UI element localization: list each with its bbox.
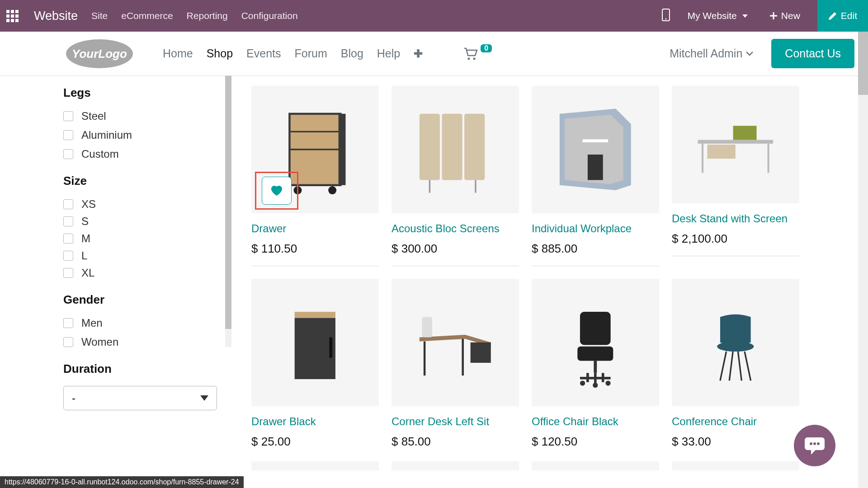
svg-rect-18 [583, 139, 608, 142]
duration-value: - [72, 392, 75, 404]
svg-rect-22 [708, 145, 736, 159]
status-bar-url: https://48060779-16-0-all.runbot124.odoo… [0, 476, 244, 488]
logo[interactable]: YourLogo [63, 38, 136, 70]
svg-point-44 [813, 442, 816, 445]
chat-fab[interactable] [794, 425, 835, 466]
svg-rect-32 [580, 312, 611, 345]
filter-title-legs: Legs [63, 86, 224, 100]
product-price: $ 33.00 [672, 435, 799, 449]
product-title[interactable]: Conference Chair [672, 414, 799, 428]
checkbox-icon [63, 216, 73, 226]
mobile-preview-icon[interactable] [662, 9, 670, 23]
product-card: Acoustic Bloc Screens $ 300.00 [392, 86, 519, 266]
filter-group-gender: Gender Men Women [63, 293, 224, 348]
nav-add-icon[interactable]: ✚ [414, 47, 423, 60]
filter-group-legs: Legs Steel Aluminium Custom [63, 86, 224, 160]
svg-line-40 [745, 352, 751, 380]
checkbox-icon [63, 251, 73, 261]
product-card: Conference Chair $ 33.00 [672, 279, 799, 449]
product-image[interactable] [672, 86, 799, 203]
filter-group-duration: Duration - [63, 362, 224, 410]
filter-option-s[interactable]: S [63, 215, 224, 228]
product-price: $ 110.50 [251, 242, 379, 256]
product-title[interactable]: Office Chair Black [532, 414, 659, 428]
product-image[interactable] [251, 461, 379, 470]
product-image[interactable] [672, 279, 799, 406]
sidebar-scrollbar[interactable] [225, 76, 231, 347]
svg-rect-27 [330, 338, 333, 358]
svg-rect-14 [442, 114, 462, 180]
cart-count-badge: 0 [481, 44, 492, 52]
svg-rect-19 [588, 155, 603, 180]
product-title[interactable]: Individual Workplace [532, 221, 659, 235]
product-image[interactable] [251, 86, 379, 213]
filter-group-size: Size XS S M L XL [63, 174, 224, 279]
main-nav: Home Shop Events Forum Blog Help ✚ 0 [163, 47, 492, 60]
product-image[interactable] [392, 461, 519, 470]
checkbox-icon [63, 149, 73, 159]
product-title[interactable]: Desk Stand with Screen [672, 211, 799, 225]
svg-rect-21 [733, 126, 757, 140]
nav-home[interactable]: Home [163, 47, 193, 60]
product-image[interactable] [392, 279, 519, 406]
nav-shop[interactable]: Shop [207, 47, 233, 60]
product-title[interactable]: Corner Desk Left Sit [392, 414, 519, 428]
admin-menu-reporting[interactable]: Reporting [187, 10, 228, 21]
nav-blog[interactable]: Blog [341, 47, 363, 60]
duration-select[interactable]: - [63, 386, 217, 410]
filter-option-men[interactable]: Men [63, 317, 224, 329]
filter-option-m[interactable]: M [63, 232, 224, 245]
wishlist-button[interactable] [262, 177, 292, 205]
edit-button-label: Edit [841, 10, 857, 21]
website-selector[interactable]: My Website [683, 0, 752, 32]
admin-brand[interactable]: Website [34, 9, 78, 23]
filter-option-xl[interactable]: XL [63, 267, 224, 279]
svg-rect-28 [471, 343, 491, 363]
chevron-down-icon [200, 395, 208, 401]
product-title[interactable]: Drawer [251, 221, 379, 235]
filter-option-aluminium[interactable]: Aluminium [63, 129, 224, 141]
filter-option-l[interactable]: L [63, 249, 224, 262]
product-price: $ 2,100.00 [672, 232, 799, 246]
admin-menu-ecommerce[interactable]: eCommerce [121, 10, 173, 21]
nav-events[interactable]: Events [246, 47, 281, 60]
svg-rect-15 [464, 114, 485, 180]
checkbox-icon [63, 234, 73, 244]
svg-text:YourLogo: YourLogo [72, 47, 127, 61]
admin-menu-site[interactable]: Site [91, 10, 108, 21]
new-button[interactable]: New [765, 0, 805, 32]
apps-icon[interactable] [6, 10, 19, 22]
filter-option-women[interactable]: Women [63, 336, 224, 348]
content-area: Legs Steel Aluminium Custom Size XS S M … [0, 76, 868, 476]
filter-option-steel[interactable]: Steel [63, 110, 224, 122]
filter-option-xs[interactable]: XS [63, 198, 224, 211]
product-image[interactable] [532, 279, 659, 406]
product-title[interactable]: Acoustic Bloc Screens [392, 221, 519, 235]
admin-menu-configuration[interactable]: Configuration [241, 10, 298, 21]
checkbox-icon [63, 199, 73, 209]
admin-bar: Website Site eCommerce Reporting Configu… [0, 0, 868, 32]
edit-button[interactable]: Edit [817, 0, 868, 32]
page-scrollbar[interactable] [858, 32, 868, 488]
nav-forum[interactable]: Forum [295, 47, 327, 60]
nav-help[interactable]: Help [377, 47, 400, 60]
chevron-down-icon [742, 14, 748, 18]
new-button-label: New [781, 10, 800, 21]
product-image[interactable] [251, 279, 379, 406]
svg-line-42 [738, 352, 742, 380]
product-card: Drawer Black $ 25.00 [251, 279, 379, 449]
product-price: $ 25.00 [251, 435, 379, 449]
svg-point-4 [468, 57, 470, 60]
product-image[interactable] [392, 86, 519, 213]
user-dropdown[interactable]: Mitchell Admin [670, 47, 753, 60]
filter-option-custom[interactable]: Custom [63, 148, 224, 160]
filter-title-duration: Duration [63, 362, 224, 376]
checkbox-icon [63, 111, 73, 121]
product-card: Drawer $ 110.50 [251, 86, 379, 266]
product-title[interactable]: Drawer Black [251, 414, 379, 428]
product-image[interactable] [532, 86, 659, 213]
cart-button[interactable]: 0 [463, 47, 492, 60]
product-image[interactable] [532, 461, 659, 470]
product-image[interactable] [672, 461, 799, 470]
contact-us-button[interactable]: Contact Us [771, 39, 854, 68]
